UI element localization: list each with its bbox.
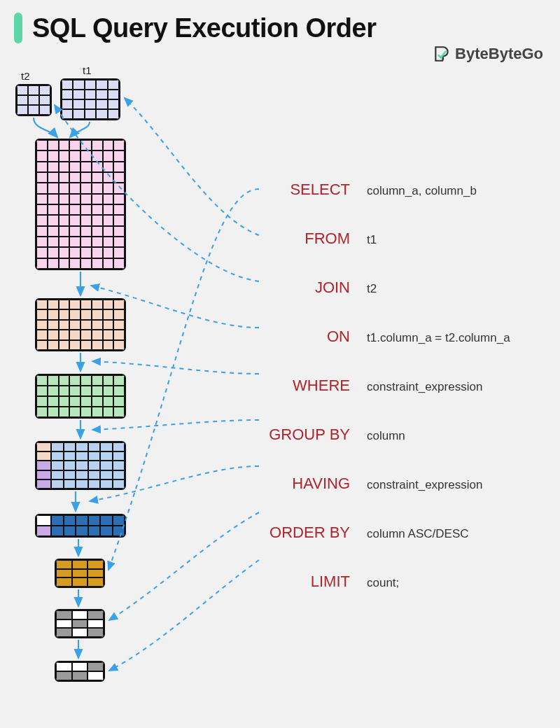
arg-limit: count; [367,576,399,590]
keyword-orderby: ORDER BY [259,524,350,542]
keyword-groupby: GROUP BY [259,426,350,444]
keyword-on: ON [259,328,350,346]
arg-where: constraint_expression [367,380,482,394]
arg-join: t2 [367,282,377,296]
arg-groupby: column [367,429,405,443]
clause-having: HAVING constraint_expression [259,475,510,493]
table-label-t1: t1 [83,64,92,76]
title-bar: SQL Query Execution Order [0,0,560,49]
clause-on: ON t1.column_a = t2.column_a [259,328,510,346]
brand-name: ByteByteGo [455,45,543,63]
keyword-where: WHERE [259,377,350,395]
brand-logo-icon [433,45,451,63]
stage-limit [55,661,105,682]
arg-select: column_a, column_b [367,184,477,198]
keyword-join: JOIN [259,279,350,297]
clause-join: JOIN t2 [259,279,510,297]
arg-having: constraint_expression [367,478,482,492]
table-label-t2: t2 [21,70,30,82]
table-t2 [15,84,52,116]
clause-select: SELECT column_a, column_b [259,181,510,199]
clause-list: SELECT column_a, column_b FROM t1 JOIN t… [259,181,510,591]
page-title: SQL Query Execution Order [32,13,377,43]
arg-orderby: column ASC/DESC [367,527,469,541]
arg-from: t1 [367,233,377,247]
keyword-from: FROM [259,230,350,248]
stage-on [35,298,126,351]
stage-having [35,514,126,538]
accent-bar [14,13,22,43]
stage-groupby [35,441,126,490]
stage-crossjoin [35,139,126,270]
clause-where: WHERE constraint_expression [259,377,510,395]
clause-limit: LIMIT count; [259,573,510,591]
clause-orderby: ORDER BY column ASC/DESC [259,524,510,542]
brand: ByteByteGo [433,45,543,63]
keyword-having: HAVING [259,475,350,493]
keyword-limit: LIMIT [259,573,350,591]
clause-groupby: GROUP BY column [259,426,510,444]
stage-where [35,374,126,419]
table-t1 [60,78,120,120]
stage-select [55,559,105,588]
stage-orderby [55,609,105,638]
keyword-select: SELECT [259,181,350,199]
arg-on: t1.column_a = t2.column_a [367,331,510,345]
clause-from: FROM t1 [259,230,510,248]
